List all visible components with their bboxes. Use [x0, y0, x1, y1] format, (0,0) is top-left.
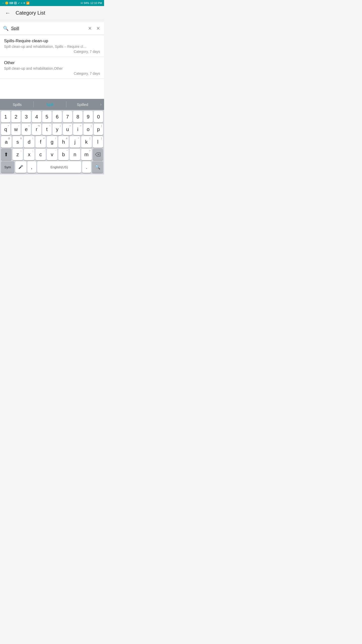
key-i[interactable]: >i: [73, 124, 82, 135]
key-8[interactable]: 8: [73, 111, 82, 123]
key-2[interactable]: 2: [11, 111, 21, 123]
key-9[interactable]: 9: [83, 111, 93, 123]
asdf-row: @a $s !d #f /g &h *j (k )l: [0, 135, 104, 148]
key-g[interactable]: /g: [47, 136, 57, 148]
keyboard: Spills Spill Spilled › 1 2 3 4 5 6 7 8 9…: [0, 99, 104, 174]
battery-level: 94%: [84, 2, 89, 5]
key-u[interactable]: <u: [63, 124, 72, 135]
status-bar: ··· 🙂 ⌨ 🖼 ✓ ≈ ✳ 📶 H 94% 12:10 PM: [0, 0, 104, 6]
bottom-row: Sym 🎤 , English(US) . 🔍: [0, 160, 104, 174]
key-m[interactable]: ?m: [81, 149, 92, 160]
key-b[interactable]: "b: [58, 149, 69, 160]
period-key[interactable]: .: [82, 161, 91, 173]
key-e[interactable]: =e: [22, 124, 31, 135]
result-item-1[interactable]: Spills-Require clean-up Spill clean-up a…: [0, 35, 104, 57]
result-subtitle-1: Spill clean-up and rehabilitation, Spill…: [4, 45, 100, 49]
mic-key[interactable]: 🎤: [15, 161, 26, 173]
key-f[interactable]: #f: [35, 136, 46, 148]
search-input[interactable]: [11, 26, 87, 31]
key-q[interactable]: +q: [1, 124, 10, 135]
space-key[interactable]: English(US): [37, 161, 81, 173]
key-c[interactable]: :c: [35, 149, 46, 160]
result-subtitle-2: Spill clean-up and rehabilitation,Other: [4, 66, 100, 70]
key-l[interactable]: )l: [93, 136, 103, 148]
result-meta-2: Category, 7 days: [4, 71, 100, 75]
key-w[interactable]: −w: [11, 124, 21, 135]
keyboard-search-key[interactable]: 🔍: [92, 161, 103, 173]
app-bar: ← Category List: [0, 6, 104, 20]
result-meta-1: Category, 7 days: [4, 50, 100, 54]
key-4[interactable]: 4: [32, 111, 41, 123]
number-row: 1 2 3 4 5 6 7 8 9 0: [0, 110, 104, 123]
signal-indicator: H: [81, 2, 83, 5]
page-title: Category List: [16, 10, 45, 16]
key-0[interactable]: 0: [94, 111, 103, 123]
suggestions-row: Spills Spill Spilled ›: [0, 99, 104, 110]
sym-key[interactable]: Sym: [1, 161, 14, 173]
key-6[interactable]: 6: [53, 111, 62, 123]
qwerty-row: +q −w =e %r \t |y <u >i [o ]p: [0, 123, 104, 135]
search-icon: 🔍: [3, 26, 9, 31]
clear-search-outer-button[interactable]: ✕: [95, 25, 101, 32]
backspace-icon: [95, 152, 101, 156]
key-d[interactable]: !d: [24, 136, 34, 148]
key-x[interactable]: ;x: [24, 149, 34, 160]
clear-search-inner-button[interactable]: ✕: [87, 25, 93, 32]
status-bar-right: H 94% 12:10 PM: [81, 2, 102, 5]
key-s[interactable]: $s: [13, 136, 23, 148]
key-p[interactable]: ]p: [94, 124, 103, 135]
key-3[interactable]: 3: [22, 111, 31, 123]
key-n[interactable]: n: [70, 149, 80, 160]
key-1[interactable]: 1: [1, 111, 10, 123]
zxcv-row: ⬆ −z ;x :c 'v "b n ?m: [0, 148, 104, 160]
comma-key[interactable]: ,: [27, 161, 36, 173]
suggestion-1[interactable]: Spills: [1, 99, 33, 110]
result-title-1: Spills-Require clean-up: [4, 38, 100, 44]
notification-icons: ··· 🙂 ⌨ 🖼 ✓ ≈ ✳ 📶: [2, 2, 30, 5]
search-bar: 🔍 ✕ ✕: [0, 22, 104, 35]
key-j[interactable]: *j: [70, 136, 80, 148]
backspace-key[interactable]: [93, 149, 103, 160]
result-item-2[interactable]: Other Spill clean-up and rehabilitation,…: [0, 57, 104, 79]
suggestion-more-icon[interactable]: ›: [99, 102, 103, 107]
clock: 12:10 PM: [90, 2, 102, 5]
back-button[interactable]: ←: [4, 9, 12, 17]
key-o[interactable]: [o: [83, 124, 93, 135]
key-5[interactable]: 5: [42, 111, 52, 123]
suggestion-2[interactable]: Spill: [34, 99, 66, 110]
key-y[interactable]: |y: [53, 124, 62, 135]
key-v[interactable]: 'v: [47, 149, 57, 160]
results-list: Spills-Require clean-up Spill clean-up a…: [0, 35, 104, 79]
empty-area: [0, 79, 104, 99]
key-7[interactable]: 7: [63, 111, 72, 123]
key-r[interactable]: %r: [32, 124, 41, 135]
key-h[interactable]: &h: [58, 136, 69, 148]
result-title-2: Other: [4, 60, 100, 65]
key-k[interactable]: (k: [81, 136, 92, 148]
suggestion-3[interactable]: Spilled: [66, 99, 99, 110]
key-a[interactable]: @a: [1, 136, 12, 148]
key-t[interactable]: \t: [42, 124, 52, 135]
status-bar-left: ··· 🙂 ⌨ 🖼 ✓ ≈ ✳ 📶: [2, 2, 30, 5]
key-z[interactable]: −z: [13, 149, 23, 160]
shift-key[interactable]: ⬆: [1, 149, 12, 160]
